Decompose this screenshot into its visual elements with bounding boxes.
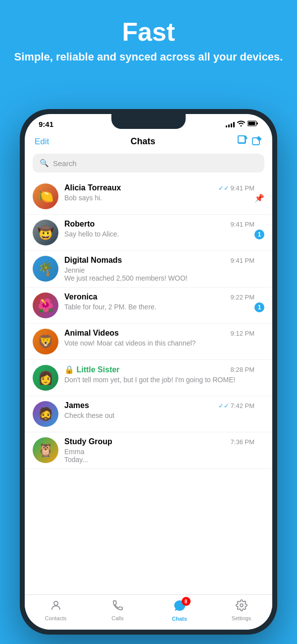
avatar-emoji: 🧔: [38, 408, 53, 420]
chat-name: 🔒 Little Sister: [64, 365, 120, 374]
svg-rect-2: [248, 122, 255, 125]
chat-header: Digital Nomads 9:41 PM: [64, 256, 254, 265]
avatar-emoji: 🍋: [38, 190, 53, 203]
chat-list: 🍋 Alicia Torreaux ✓✓ 9:41 PM Bob says hi…: [25, 178, 272, 594]
chat-meta: 1: [254, 230, 264, 239]
chat-sender: Emma: [64, 448, 254, 456]
tab-calls[interactable]: Calls: [87, 599, 148, 621]
phone-notch: [111, 114, 186, 129]
signal-icon: [226, 121, 235, 127]
chat-header: Alicia Torreaux ✓✓ 9:41 PM: [64, 183, 254, 192]
status-time: 9:41: [39, 120, 53, 128]
chat-preview: We just reached 2,500 members! WOO!: [64, 274, 254, 282]
avatar: 🌺: [33, 293, 58, 318]
chat-time: 9:22 PM: [231, 293, 254, 301]
chat-preview: Table for four, 2 PM. Be there.: [64, 303, 254, 311]
chat-preview: Vote now! Moar cat videos in this channe…: [64, 339, 254, 347]
hero-subtitle: Simple, reliable and synced across all y…: [0, 50, 297, 64]
list-item[interactable]: 🤠 Roberto 9:41 PM Say hello to Alice. 1: [25, 215, 272, 251]
list-item[interactable]: 🦁 Animal Videos 9:12 PM Vote now! Moar c…: [25, 324, 272, 360]
list-item[interactable]: 🍋 Alicia Torreaux ✓✓ 9:41 PM Bob says hi…: [25, 178, 272, 215]
chat-sender: Jennie: [64, 266, 254, 274]
tab-settings-label: Settings: [232, 615, 251, 621]
search-placeholder: Search: [53, 159, 77, 168]
svg-rect-1: [257, 122, 258, 124]
tab-calls-label: Calls: [111, 615, 123, 621]
chat-time: ✓✓ 9:41 PM: [218, 184, 254, 192]
chat-time: 7:36 PM: [231, 438, 254, 446]
edit-button[interactable]: Edit: [35, 137, 49, 147]
chat-name: Study Group: [64, 437, 112, 446]
chat-preview: Today...: [64, 456, 254, 464]
chat-header: Veronica 9:22 PM: [64, 293, 254, 301]
avatar: 👩: [33, 365, 58, 391]
avatar-emoji: 👩: [38, 371, 53, 384]
tab-chats[interactable]: 8 Chats: [148, 599, 210, 622]
read-receipt-icon: ✓✓: [218, 184, 229, 192]
settings-icon: [236, 599, 248, 614]
avatar: 🌴: [33, 256, 58, 282]
chat-badge: 8: [182, 597, 191, 606]
tab-chats-label: Chats: [172, 616, 187, 622]
wifi-icon: [237, 120, 245, 128]
list-item[interactable]: 👩 🔒 Little Sister 8:28 PM Don't tell mom…: [25, 360, 272, 396]
svg-point-10: [54, 601, 58, 605]
calls-icon: [112, 599, 124, 614]
nav-title: Chats: [131, 136, 155, 147]
chat-name: Roberto: [64, 220, 95, 229]
list-item[interactable]: 🦉 Study Group 7:36 PM Emma Today...: [25, 432, 272, 469]
list-item[interactable]: 🧔 James ✓✓ 7:42 PM Check these out: [25, 396, 272, 432]
chat-content: Digital Nomads 9:41 PM Jennie We just re…: [64, 256, 254, 282]
list-item[interactable]: 🌴 Digital Nomads 9:41 PM Jennie We just …: [25, 251, 272, 288]
chat-header: Animal Videos 9:12 PM: [64, 329, 254, 338]
chat-preview: Don't tell mom yet, but I got the job! I…: [64, 376, 254, 384]
compose-button[interactable]: [237, 134, 262, 149]
chat-preview: Bob says hi.: [64, 194, 254, 202]
hero-title: Fast: [0, 18, 297, 46]
chat-content: Veronica 9:22 PM Table for four, 2 PM. B…: [64, 293, 254, 311]
search-icon: 🔍: [40, 159, 49, 168]
chat-header: Study Group 7:36 PM: [64, 437, 254, 446]
svg-point-11: [240, 604, 243, 607]
avatar-emoji: 🦉: [38, 444, 53, 457]
chat-name: Animal Videos: [64, 329, 119, 338]
tab-bar: Contacts Calls 8 Chats: [25, 594, 272, 630]
chat-content: 🔒 Little Sister 8:28 PM Don't tell mom y…: [64, 365, 254, 384]
status-icons: [226, 120, 258, 128]
chats-icon-wrapper: 8: [173, 599, 187, 615]
hero-section: Fast Simple, reliable and synced across …: [0, 0, 297, 76]
chat-header: James ✓✓ 7:42 PM: [64, 401, 254, 410]
search-bar[interactable]: 🔍 Search: [33, 154, 264, 173]
chat-content: Alicia Torreaux ✓✓ 9:41 PM Bob says hi.: [64, 183, 254, 202]
chat-meta: 1: [254, 302, 264, 312]
tab-settings[interactable]: Settings: [210, 599, 272, 621]
phone-frame: 9:41: [20, 109, 277, 635]
chat-meta: 📌: [254, 193, 264, 203]
read-receipt-icon: ✓✓: [218, 402, 229, 410]
chat-content: Animal Videos 9:12 PM Vote now! Moar cat…: [64, 329, 254, 347]
avatar-emoji: 🤠: [38, 226, 53, 239]
list-item[interactable]: 🌺 Veronica 9:22 PM Table for four, 2 PM.…: [25, 288, 272, 324]
unread-badge: 1: [254, 302, 264, 312]
tab-contacts[interactable]: Contacts: [25, 599, 87, 621]
chat-time: 9:12 PM: [231, 330, 254, 337]
battery-icon: [248, 120, 258, 128]
chat-name: James: [64, 401, 89, 410]
chat-time: 9:41 PM: [231, 257, 254, 264]
pin-icon: 📌: [254, 193, 264, 203]
avatar-emoji: 🌺: [38, 299, 53, 312]
chat-name: Alicia Torreaux: [64, 183, 121, 192]
chat-header: 🔒 Little Sister 8:28 PM: [64, 365, 254, 374]
tab-contacts-label: Contacts: [45, 615, 66, 621]
chat-preview: Say hello to Alice.: [64, 230, 254, 238]
chat-time: 8:28 PM: [231, 366, 254, 373]
contacts-icon: [50, 599, 62, 614]
svg-rect-6: [238, 136, 245, 143]
avatar: 🤠: [33, 220, 58, 245]
avatar-emoji: 🌴: [38, 262, 53, 275]
chat-header: Roberto 9:41 PM: [64, 220, 254, 229]
chat-content: James ✓✓ 7:42 PM Check these out: [64, 401, 254, 419]
chat-content: Roberto 9:41 PM Say hello to Alice.: [64, 220, 254, 238]
chat-preview: Check these out: [64, 411, 254, 419]
nav-bar: Edit Chats: [25, 131, 272, 154]
